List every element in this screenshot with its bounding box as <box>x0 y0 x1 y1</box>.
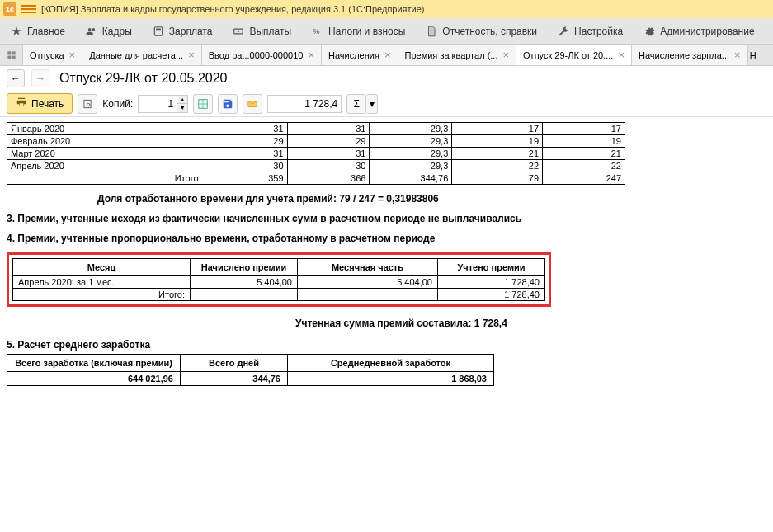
forward-button[interactable]: → <box>31 69 49 87</box>
sigma-button[interactable]: Σ <box>346 94 366 114</box>
main-menu: Главное Кадры Зарплата Выплаты % Налоги … <box>0 18 773 45</box>
bonus-total-label: Итого: <box>13 289 191 301</box>
tab-home-icon[interactable] <box>0 45 23 65</box>
bonus-h4: Учтено премии <box>438 259 545 276</box>
table-row: Март 2020313129,32121 <box>7 148 625 160</box>
menu-reports[interactable]: Отчетность, справки <box>415 18 547 44</box>
menu-taxes[interactable]: % Налоги и взносы <box>301 18 415 44</box>
empty-cell <box>191 289 298 301</box>
tab-bonus[interactable]: Премия за квартал (...× <box>398 45 517 65</box>
calculator-icon <box>152 25 165 38</box>
bonus-month: Апрель 2020; за 1 мес. <box>13 276 191 289</box>
bonus-h1: Месяц <box>13 259 191 276</box>
table-row-total: Итого: 1 728,40 <box>13 289 545 301</box>
section-3-title: 3. Премии, учтенные исходя из фактически… <box>7 213 551 224</box>
menu-payments[interactable]: Выплаты <box>222 18 301 44</box>
money-icon <box>232 25 245 38</box>
highlight-box: Месяц Начислено премии Месячная часть Уч… <box>7 252 551 307</box>
menu-admin-label: Администрирование <box>660 26 754 37</box>
bonus-total-value: 1 728,40 <box>438 289 545 301</box>
tab-salary-accrual[interactable]: Начисление зарпла...× <box>632 45 748 65</box>
sum-input[interactable] <box>267 95 342 113</box>
tab-label: Начисление зарпла... <box>639 50 729 60</box>
menu-reports-label: Отчетность, справки <box>442 26 537 37</box>
star-icon <box>10 25 23 38</box>
bonus-table: Месяц Начислено премии Месячная часть Уч… <box>12 258 545 301</box>
copies-spinner[interactable]: ▲▼ <box>177 95 188 113</box>
document-content: Январь 2020313129,31717Февраль 202029292… <box>0 117 773 389</box>
hamburger-menu-icon[interactable] <box>21 5 36 13</box>
share-line: Доля отработанного времени для учета пре… <box>97 193 766 205</box>
app-title: [КОПИЯ] Зарплата и кадры государственног… <box>41 4 425 14</box>
page-title: Отпуск 29-ЛК от 20.05.2020 <box>59 71 228 86</box>
people-icon <box>85 25 98 38</box>
tab-vacation-doc[interactable]: Отпуск 29-ЛК от 20....× <box>516 45 632 65</box>
menu-admin[interactable]: Администрирование <box>633 18 764 44</box>
table-row: Январь 2020313129,31717 <box>7 123 625 135</box>
menu-staff[interactable]: Кадры <box>75 18 142 44</box>
svg-point-10 <box>87 103 91 106</box>
tab-close-icon[interactable]: × <box>308 49 314 61</box>
sigma-dropdown[interactable]: ▾ <box>366 94 378 114</box>
menu-staff-label: Кадры <box>102 26 132 37</box>
svg-text:%: % <box>313 26 319 35</box>
grid-button[interactable] <box>193 94 213 114</box>
svg-rect-1 <box>156 28 161 30</box>
preview-button[interactable] <box>78 94 97 114</box>
tab-label: Данные для расчета... <box>89 50 183 60</box>
bonus-summary-text: Учтенная сумма премий составила: 1 728,4 <box>295 318 507 329</box>
table-row-total: Итого:359366344,7679247 <box>7 172 625 185</box>
table-row: 644 021,96 344,76 1 868,03 <box>7 372 494 386</box>
bonus-summary: Учтенная сумма премий составила: 1 728,4 <box>7 318 766 329</box>
tab-label: Начисления <box>328 50 379 60</box>
bonus-h3: Месячная часть <box>298 259 438 276</box>
menu-settings[interactable]: Настройка <box>547 18 633 44</box>
svg-rect-0 <box>154 26 162 35</box>
print-button[interactable]: Печать <box>7 93 73 114</box>
table-row: Апрель 2020; за 1 мес. 5 404,00 5 404,00… <box>13 276 545 289</box>
menu-taxes-label: Налоги и взносы <box>328 26 405 37</box>
tab-vacations[interactable]: Отпуска× <box>23 45 82 65</box>
tab-close-icon[interactable]: × <box>502 49 509 61</box>
tab-calc-data[interactable]: Данные для расчета...× <box>82 45 202 65</box>
nav-row: ← → Отпуск 29-ЛК от 20.05.2020 <box>0 66 773 91</box>
tab-input[interactable]: Ввод ра...0000-000010× <box>202 45 322 65</box>
tab-close-icon[interactable]: × <box>618 49 625 61</box>
avg-h2: Всего дней <box>181 355 288 372</box>
menu-settings-label: Настройка <box>574 26 623 37</box>
tab-label: Премия за квартал (... <box>405 50 498 60</box>
bonus-h2: Начислено премии <box>191 259 298 276</box>
title-bar: 1c [КОПИЯ] Зарплата и кадры государствен… <box>0 0 773 18</box>
printer-icon <box>16 97 27 111</box>
tab-accruals[interactable]: Начисления× <box>322 45 398 65</box>
empty-cell <box>298 289 438 301</box>
save-button[interactable] <box>218 94 238 114</box>
table-row: Апрель 2020303029,32222 <box>7 160 625 172</box>
menu-main[interactable]: Главное <box>0 18 75 44</box>
tab-close-icon[interactable]: × <box>69 49 76 61</box>
gear-icon <box>643 25 656 38</box>
bonus-counted: 1 728,40 <box>438 276 545 289</box>
svg-rect-8 <box>12 55 15 59</box>
tab-close-icon[interactable]: × <box>384 49 391 61</box>
email-button[interactable] <box>243 94 262 114</box>
table-row: Февраль 2020292929,31919 <box>7 135 625 148</box>
print-label: Печать <box>31 98 64 110</box>
avg-h3: Среднедневной заработок <box>288 355 494 372</box>
svg-rect-5 <box>7 51 11 54</box>
bonus-accrued: 5 404,00 <box>191 276 298 289</box>
average-table: Всего заработка (включая премии) Всего д… <box>7 354 494 386</box>
tab-close-icon[interactable]: × <box>188 49 195 61</box>
tab-bar: Отпуска× Данные для расчета...× Ввод ра.… <box>0 45 773 66</box>
menu-salary[interactable]: Зарплата <box>142 18 223 44</box>
copies-label: Копий: <box>102 98 133 110</box>
avg-earnings: 644 021,96 <box>7 372 181 386</box>
back-button[interactable]: ← <box>7 69 25 87</box>
copies-input[interactable] <box>138 95 177 113</box>
tab-label: Ввод ра...0000-000010 <box>209 50 304 60</box>
section-4-title: 4. Премии, учтенные пропорционально врем… <box>7 233 502 244</box>
tab-overflow[interactable]: Н <box>748 45 758 65</box>
svg-point-3 <box>238 30 239 31</box>
tab-close-icon[interactable]: × <box>734 49 741 61</box>
menu-payments-label: Выплаты <box>249 26 291 37</box>
